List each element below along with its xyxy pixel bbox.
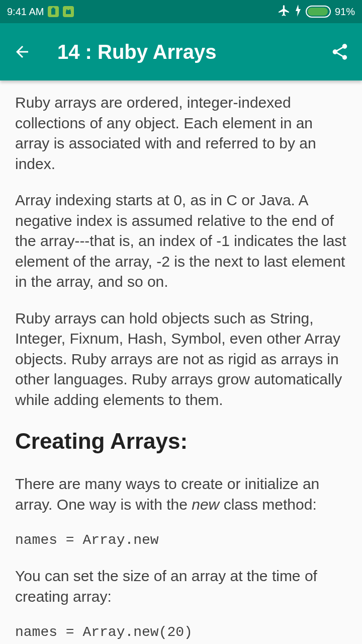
battery-small-icon bbox=[48, 6, 59, 17]
android-icon bbox=[63, 6, 74, 17]
paragraph: Array indexing starts at 0, as in C or J… bbox=[15, 190, 347, 292]
paragraph: You can set the size of an array at the … bbox=[15, 566, 347, 607]
battery-percent: 91% bbox=[335, 6, 355, 18]
charging-icon bbox=[295, 5, 302, 19]
status-bar: 9:41 AM 91% bbox=[0, 0, 362, 23]
app-bar: 14 : Ruby Arrays bbox=[0, 23, 362, 80]
heading: Creating Arrays: bbox=[15, 426, 347, 456]
code-block: names = Array.new(20) bbox=[15, 623, 347, 642]
paragraph: Ruby arrays are ordered, integer-indexed… bbox=[15, 93, 347, 174]
back-button[interactable] bbox=[12, 42, 32, 62]
paragraph: Ruby arrays can hold objects such as Str… bbox=[15, 308, 347, 411]
status-bar-right: 91% bbox=[278, 4, 355, 20]
status-bar-left: 9:41 AM bbox=[7, 6, 74, 18]
share-button[interactable] bbox=[330, 42, 350, 62]
svg-rect-1 bbox=[52, 8, 54, 9]
battery-icon bbox=[306, 6, 331, 18]
svg-rect-0 bbox=[51, 9, 55, 15]
airplane-icon bbox=[278, 4, 291, 20]
status-time: 9:41 AM bbox=[7, 6, 44, 18]
code-block: names = Array.new bbox=[15, 531, 347, 550]
paragraph: There are many ways to create or initial… bbox=[15, 474, 347, 515]
page-title: 14 : Ruby Arrays bbox=[57, 41, 330, 63]
article-content[interactable]: Ruby arrays are ordered, integer-indexed… bbox=[0, 80, 362, 644]
